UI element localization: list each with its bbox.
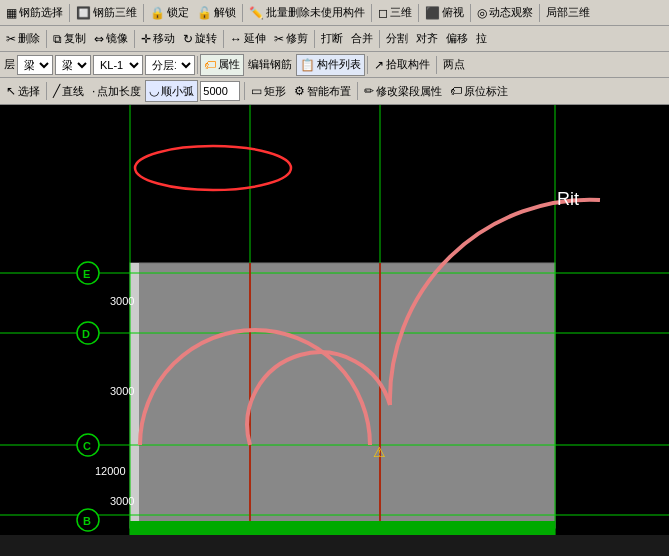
tb-pick-component[interactable]: ↗拾取构件 <box>370 54 434 76</box>
svg-rect-0 <box>0 105 669 535</box>
sep12 <box>379 30 380 48</box>
svg-point-24 <box>77 434 99 456</box>
svg-point-14 <box>135 146 291 190</box>
svg-text:C: C <box>83 440 91 452</box>
tb-dynamic-observe[interactable]: ◎动态观察 <box>473 2 537 24</box>
toolbar-row3: 层 梁 梁 KL-1 分层1 🏷 属性 编辑钢筋 📋 构件列表 ↗拾取构件 两点 <box>0 52 669 78</box>
tb-3d[interactable]: ◻三维 <box>374 2 416 24</box>
drawing-svg: ⚠ 3000 3000 12000 3000 E D C B Rit <box>0 105 669 535</box>
svg-text:⚠: ⚠ <box>373 444 386 460</box>
toolbar-container: ▦钢筋选择 🔲钢筋三维 🔒锁定 🔓解锁 ✏️批量删除未使用构件 ◻三维 ⬛俯视 … <box>0 0 669 105</box>
tb-extend[interactable]: ↔延伸 <box>226 28 270 50</box>
tb-edit-steel[interactable]: 编辑钢筋 <box>244 54 296 76</box>
tb-line[interactable]: ╱直线 <box>49 80 88 102</box>
tb-component-list[interactable]: 📋 构件列表 <box>296 54 365 76</box>
tb-split[interactable]: 分割 <box>382 28 412 50</box>
layer-text: 层 <box>2 57 17 72</box>
svg-point-26 <box>77 509 99 531</box>
svg-text:B: B <box>83 515 91 527</box>
svg-text:3000: 3000 <box>110 385 134 397</box>
tb-two-point[interactable]: 两点 <box>439 54 469 76</box>
svg-rect-13 <box>130 521 555 535</box>
toolbar-row2: ✂删除 ⧉复制 ⇔镜像 ✛移动 ↻旋转 ↔延伸 ✂修剪 打断 合并 分割 对齐 … <box>0 26 669 52</box>
tb-properties[interactable]: 🏷 属性 <box>200 54 244 76</box>
tb-merge[interactable]: 合并 <box>347 28 377 50</box>
tb-mirror[interactable]: ⇔镜像 <box>90 28 132 50</box>
svg-text:D: D <box>82 328 90 340</box>
svg-rect-2 <box>130 263 139 528</box>
toolbar-row1: ▦钢筋选择 🔲钢筋三维 🔒锁定 🔓解锁 ✏️批量删除未使用构件 ◻三维 ⬛俯视 … <box>0 0 669 26</box>
tb-steel-3d[interactable]: 🔲钢筋三维 <box>72 2 141 24</box>
sep2 <box>143 4 144 22</box>
canvas-area: ⚠ 3000 3000 12000 3000 E D C B Rit <box>0 105 669 535</box>
tb-pull[interactable]: 拉 <box>472 28 491 50</box>
sep10 <box>223 30 224 48</box>
sep17 <box>244 82 245 100</box>
tb-rotate[interactable]: ↻旋转 <box>179 28 221 50</box>
kl-select[interactable]: KL-1 <box>93 55 143 75</box>
tb-arc-cw[interactable]: ◡顺小弧 <box>145 80 198 102</box>
svg-rect-1 <box>130 263 555 528</box>
tb-smart-layout[interactable]: ⚙智能布置 <box>290 80 355 102</box>
sep11 <box>314 30 315 48</box>
sep5 <box>418 4 419 22</box>
sep6 <box>470 4 471 22</box>
tb-original-mark[interactable]: 🏷原位标注 <box>446 80 512 102</box>
tb-trim[interactable]: ✂修剪 <box>270 28 312 50</box>
tb-move[interactable]: ✛移动 <box>137 28 179 50</box>
arc-value-input[interactable] <box>200 81 240 101</box>
tb-copy[interactable]: ⧉复制 <box>49 28 90 50</box>
layer-select[interactable]: 梁 <box>17 55 53 75</box>
svg-point-20 <box>77 262 99 284</box>
tb-align[interactable]: 对齐 <box>412 28 442 50</box>
toolbar-row4: ↖选择 ╱直线 ·点加长度 ◡顺小弧 ▭矩形 ⚙智能布置 ✏修改梁段属性 🏷原位… <box>0 78 669 104</box>
svg-text:12000: 12000 <box>95 465 126 477</box>
tb-break[interactable]: 打断 <box>317 28 347 50</box>
tb-delete[interactable]: ✂删除 <box>2 28 44 50</box>
sep13 <box>197 56 198 74</box>
floor-select[interactable]: 分层1 <box>145 55 195 75</box>
tb-local-3d[interactable]: 局部三维 <box>542 2 594 24</box>
sep1 <box>69 4 70 22</box>
svg-text:E: E <box>83 268 90 280</box>
sep18 <box>357 82 358 100</box>
sep9 <box>134 30 135 48</box>
sep7 <box>539 4 540 22</box>
tb-offset[interactable]: 偏移 <box>442 28 472 50</box>
tb-unlock[interactable]: 🔓解锁 <box>193 2 240 24</box>
sep16 <box>46 82 47 100</box>
svg-text:3000: 3000 <box>110 295 134 307</box>
tb-rect[interactable]: ▭矩形 <box>247 80 290 102</box>
svg-text:Rit: Rit <box>557 189 579 209</box>
svg-point-22 <box>77 322 99 344</box>
tb-modify-beam-prop[interactable]: ✏修改梁段属性 <box>360 80 446 102</box>
element-select[interactable]: 梁 <box>55 55 91 75</box>
sep14 <box>367 56 368 74</box>
tb-select[interactable]: ↖选择 <box>2 80 44 102</box>
sep15 <box>436 56 437 74</box>
tb-point-length[interactable]: ·点加长度 <box>88 80 145 102</box>
tb-lock[interactable]: 🔒锁定 <box>146 2 193 24</box>
tb-steel-select[interactable]: ▦钢筋选择 <box>2 2 67 24</box>
svg-text:3000: 3000 <box>110 495 134 507</box>
sep3 <box>242 4 243 22</box>
sep8 <box>46 30 47 48</box>
tb-top-view[interactable]: ⬛俯视 <box>421 2 468 24</box>
sep4 <box>371 4 372 22</box>
tb-batch-delete[interactable]: ✏️批量删除未使用构件 <box>245 2 369 24</box>
